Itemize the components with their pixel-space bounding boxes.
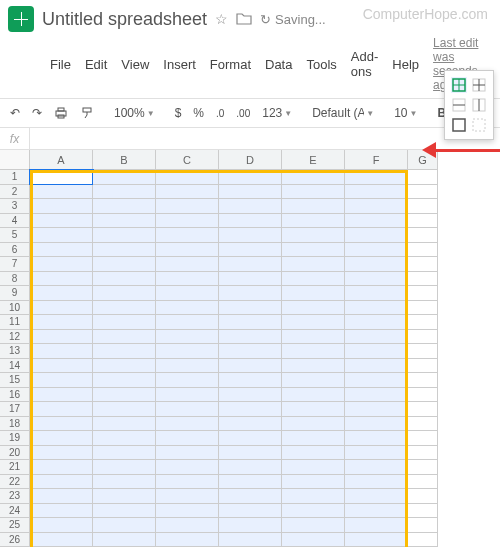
cell[interactable]	[408, 344, 438, 359]
cell[interactable]	[345, 489, 408, 504]
cell[interactable]	[408, 489, 438, 504]
cell[interactable]	[156, 214, 219, 229]
cell[interactable]	[219, 417, 282, 432]
cell[interactable]	[93, 475, 156, 490]
cell[interactable]	[156, 504, 219, 519]
col-header-c[interactable]: C	[156, 150, 219, 170]
row-header[interactable]: 22	[0, 475, 30, 490]
cell[interactable]	[345, 170, 408, 185]
cell[interactable]	[219, 446, 282, 461]
cell[interactable]	[219, 199, 282, 214]
cell[interactable]	[219, 373, 282, 388]
cell[interactable]	[408, 243, 438, 258]
cell[interactable]	[282, 257, 345, 272]
cell[interactable]	[219, 315, 282, 330]
cell[interactable]	[282, 504, 345, 519]
menu-help[interactable]: Help	[392, 57, 419, 72]
format-percent-button[interactable]: %	[189, 103, 208, 123]
cell[interactable]	[93, 518, 156, 533]
cell[interactable]	[282, 344, 345, 359]
decrease-decimal-button[interactable]: .0	[212, 105, 228, 122]
font-select[interactable]: Default (Ari...▼	[308, 103, 378, 123]
cell[interactable]	[156, 243, 219, 258]
cell[interactable]	[219, 344, 282, 359]
row-header[interactable]: 2	[0, 185, 30, 200]
row-header[interactable]: 15	[0, 373, 30, 388]
cell[interactable]	[345, 533, 408, 548]
cell[interactable]	[282, 301, 345, 316]
cell[interactable]	[30, 344, 93, 359]
cell[interactable]	[345, 228, 408, 243]
cell[interactable]	[345, 257, 408, 272]
cell[interactable]	[93, 257, 156, 272]
cell[interactable]	[345, 199, 408, 214]
cell[interactable]	[93, 315, 156, 330]
cell[interactable]	[93, 446, 156, 461]
cell[interactable]	[282, 359, 345, 374]
cell[interactable]	[282, 402, 345, 417]
cell[interactable]	[93, 330, 156, 345]
border-inner-icon[interactable]	[471, 77, 487, 93]
cell[interactable]	[156, 359, 219, 374]
cell[interactable]	[93, 489, 156, 504]
menu-format[interactable]: Format	[210, 57, 251, 72]
cell[interactable]	[408, 518, 438, 533]
row-header[interactable]: 26	[0, 533, 30, 548]
cell[interactable]	[93, 402, 156, 417]
cell[interactable]	[219, 388, 282, 403]
cell[interactable]	[156, 388, 219, 403]
col-header-d[interactable]: D	[219, 150, 282, 170]
formula-input[interactable]	[30, 128, 500, 149]
cell[interactable]	[30, 228, 93, 243]
cell[interactable]	[30, 170, 93, 185]
row-header[interactable]: 6	[0, 243, 30, 258]
cell[interactable]	[345, 301, 408, 316]
cell[interactable]	[345, 272, 408, 287]
cell[interactable]	[408, 315, 438, 330]
sheets-logo[interactable]	[8, 6, 34, 32]
cell[interactable]	[408, 272, 438, 287]
cell[interactable]	[408, 504, 438, 519]
cell[interactable]	[93, 460, 156, 475]
cell[interactable]	[219, 359, 282, 374]
cell[interactable]	[408, 170, 438, 185]
move-to-folder-icon[interactable]	[236, 12, 252, 26]
cell[interactable]	[282, 533, 345, 548]
increase-decimal-button[interactable]: .00	[232, 105, 254, 122]
row-header[interactable]: 23	[0, 489, 30, 504]
cell[interactable]	[156, 228, 219, 243]
star-icon[interactable]: ☆	[215, 11, 228, 27]
row-header[interactable]: 25	[0, 518, 30, 533]
cell[interactable]	[93, 344, 156, 359]
cell[interactable]	[156, 460, 219, 475]
cell[interactable]	[156, 417, 219, 432]
cell[interactable]	[282, 243, 345, 258]
cell[interactable]	[345, 185, 408, 200]
cell[interactable]	[345, 431, 408, 446]
cell[interactable]	[30, 518, 93, 533]
undo-button[interactable]: ↶	[6, 103, 24, 123]
cell[interactable]	[345, 243, 408, 258]
menu-view[interactable]: View	[121, 57, 149, 72]
cell[interactable]	[156, 475, 219, 490]
cell[interactable]	[408, 199, 438, 214]
cell[interactable]	[219, 301, 282, 316]
cell[interactable]	[93, 272, 156, 287]
cell[interactable]	[345, 214, 408, 229]
cell[interactable]	[30, 214, 93, 229]
menu-edit[interactable]: Edit	[85, 57, 107, 72]
cell[interactable]	[282, 518, 345, 533]
cell[interactable]	[219, 257, 282, 272]
cell[interactable]	[345, 518, 408, 533]
cell[interactable]	[219, 533, 282, 548]
cell[interactable]	[30, 315, 93, 330]
cell[interactable]	[408, 402, 438, 417]
col-header-g[interactable]: G	[408, 150, 438, 170]
cell[interactable]	[282, 272, 345, 287]
cell[interactable]	[345, 315, 408, 330]
paint-format-button[interactable]	[76, 103, 98, 123]
row-header[interactable]: 21	[0, 460, 30, 475]
cell[interactable]	[282, 286, 345, 301]
cell[interactable]	[408, 257, 438, 272]
border-horizontal-icon[interactable]	[451, 97, 467, 113]
